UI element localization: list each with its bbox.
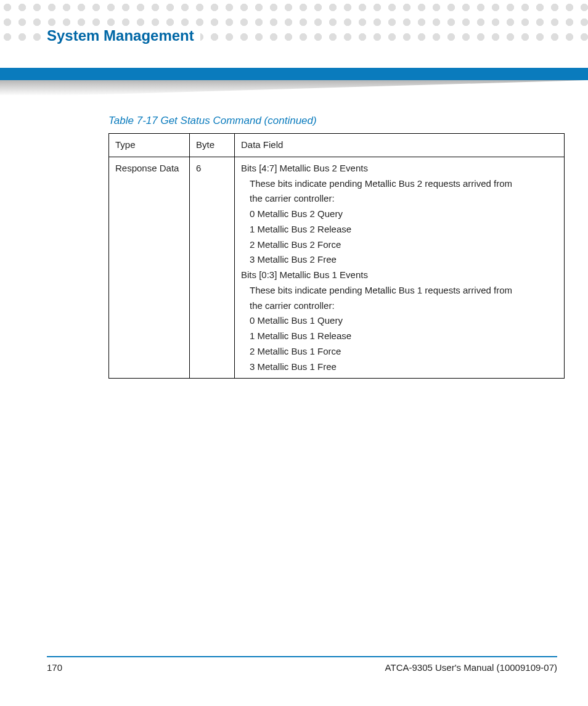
page-footer: 170 ATCA-9305 User's Manual (10009109-07… <box>47 656 557 673</box>
bits-0-3-desc-line1: These bits indicate pending Metallic Bus… <box>241 283 558 298</box>
get-status-command-table: Type Byte Data Field Response Data 6 Bit… <box>108 133 565 379</box>
content-area: Table 7-17 Get Status Command (continued… <box>47 115 557 379</box>
bits-0-3-item-2: 2 Metallic Bus 1 Force <box>241 344 558 359</box>
page-number: 170 <box>47 662 62 673</box>
table-header-type: Type <box>109 134 190 157</box>
bits-4-7-desc-line2: the carrier controller: <box>241 191 558 207</box>
bits-4-7-item-1: 1 Metallic Bus 2 Release <box>241 222 558 237</box>
table-header-row: Type Byte Data Field <box>109 134 565 157</box>
manual-reference: ATCA-9305 User's Manual (10009109-07) <box>385 662 557 673</box>
bits-0-3-title: Bits [0:3] Metallic Bus 1 Events <box>241 268 558 283</box>
footer-rule <box>47 656 557 657</box>
header-blue-bar <box>0 68 588 80</box>
table-header-byte: Byte <box>190 134 235 157</box>
bits-4-7-item-2: 2 Metallic Bus 2 Force <box>241 237 558 253</box>
table-row: Response Data 6 Bits [4:7] Metallic Bus … <box>109 157 565 379</box>
bits-4-7-desc-line1: These bits indicate pending Metallic Bus… <box>241 176 558 192</box>
bits-4-7-item-3: 3 Metallic Bus 2 Free <box>241 252 558 268</box>
table-caption: Table 7-17 Get Status Command (continued… <box>108 115 557 127</box>
bits-0-3-item-1: 1 Metallic Bus 1 Release <box>241 329 558 344</box>
bits-0-3-item-3: 3 Metallic Bus 1 Free <box>241 359 558 375</box>
bits-0-3-item-0: 0 Metallic Bus 1 Query <box>241 313 558 329</box>
cell-type: Response Data <box>109 157 190 379</box>
bits-0-3-desc-line2: the carrier controller: <box>241 298 558 314</box>
bits-4-7-title: Bits [4:7] Metallic Bus 2 Events <box>241 163 368 173</box>
table-header-datafield: Data Field <box>235 134 565 157</box>
cell-datafield: Bits [4:7] Metallic Bus 2 Events These b… <box>235 157 565 379</box>
page-title: System Management <box>47 26 200 46</box>
header-wedge-shadow <box>0 80 588 97</box>
cell-byte: 6 <box>190 157 235 379</box>
bits-4-7-item-0: 0 Metallic Bus 2 Query <box>241 207 558 222</box>
